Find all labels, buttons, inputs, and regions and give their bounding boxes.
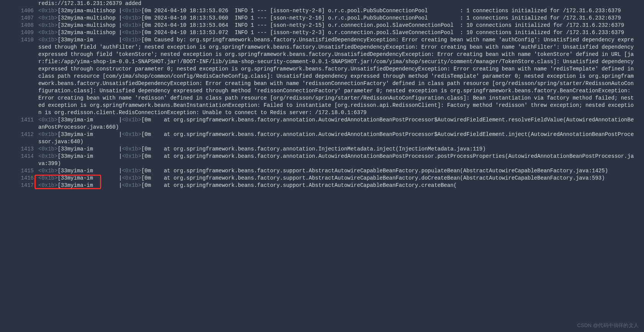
log-line[interactable]: <0x1b>[33myima-im |<0x1b>[0m at org.spri… xyxy=(38,116,644,131)
ansi-escape: <0x1b> xyxy=(122,131,141,137)
log-line[interactable]: <0x1b>[33myima-im |<0x1b>[0m at org.spri… xyxy=(38,167,644,175)
log-message: at org.springframework.beans.factory.ann… xyxy=(154,146,485,152)
ansi-reset: [0m xyxy=(141,153,154,159)
log-row[interactable]: 1416<0x1b>[33myima-im |<0x1b>[0m at org.… xyxy=(0,175,644,182)
log-line[interactable]: <0x1b>[33myima-im |<0x1b>[0m at org.spri… xyxy=(38,175,644,182)
log-line[interactable]: <0x1b>[32myima-multishop |<0x1b>[0m 2024… xyxy=(38,22,644,29)
log-line[interactable]: <0x1b>[32myima-multishop |<0x1b>[0m 2024… xyxy=(38,7,644,15)
ansi-escape: <0x1b> xyxy=(38,153,57,159)
line-number: 1416 xyxy=(0,175,38,182)
log-message: 2024-04-10 18:13:53.072 INFO 1 --- [isso… xyxy=(154,29,624,36)
ansi-reset: [0m xyxy=(141,131,154,137)
log-row[interactable]: 1414<0x1b>[33myima-im |<0x1b>[0m at org.… xyxy=(0,153,644,167)
line-number: 1417 xyxy=(0,182,38,189)
ansi-reset: [0m xyxy=(141,146,154,152)
log-row[interactable]: 1407<0x1b>[32myima-multishop |<0x1b>[0m … xyxy=(0,15,644,22)
log-line[interactable]: <0x1b>[32myima-multishop |<0x1b>[0m 2024… xyxy=(38,15,644,22)
ansi-escape: <0x1b> xyxy=(122,8,141,14)
line-number: 1409 xyxy=(0,29,38,36)
ansi-escape: <0x1b> xyxy=(122,15,141,21)
log-message: at org.springframework.beans.factory.sup… xyxy=(154,182,457,188)
log-message: 2024-04-10 18:13:53.026 INFO 1 --- [isso… xyxy=(154,8,621,14)
log-message: Caused by: org.springframework.beans.fac… xyxy=(38,37,637,116)
ansi-escape: <0x1b> xyxy=(38,175,57,181)
ansi-escape: <0x1b> xyxy=(122,182,141,188)
ansi-escape: <0x1b> xyxy=(38,168,57,174)
ansi-reset: [0m xyxy=(141,15,154,21)
ansi-escape: <0x1b> xyxy=(122,175,141,181)
ansi-reset: [0m xyxy=(141,37,154,43)
log-line[interactable]: <0x1b>[33myima-im |<0x1b>[0m Caused by: … xyxy=(38,36,644,116)
log-message: 2024-04-10 18:13:53.064 INFO 1 --- [sson… xyxy=(154,22,624,28)
ansi-escape: <0x1b> xyxy=(38,37,57,43)
log-line[interactable]: <0x1b>[33myima-im |<0x1b>[0m at org.spri… xyxy=(38,131,644,146)
line-number: 1413 xyxy=(0,146,38,153)
ansi-escape: <0x1b> xyxy=(122,153,141,159)
container-prefix: [32myima-multishop | xyxy=(57,22,122,28)
log-row[interactable]: redis://172.31.6.231:26379 added xyxy=(0,0,644,7)
container-prefix: [33myima-im | xyxy=(57,182,122,188)
ansi-escape: <0x1b> xyxy=(38,182,57,188)
log-message: at org.springframework.beans.factory.sup… xyxy=(154,175,605,181)
container-prefix: [33myima-im | xyxy=(57,153,122,159)
log-message: 2024-04-10 18:13:53.060 INFO 1 --- [sson… xyxy=(154,15,621,21)
ansi-reset: [0m xyxy=(141,168,154,174)
ansi-reset: [0m xyxy=(141,8,154,14)
log-message: at org.springframework.beans.factory.sup… xyxy=(154,168,608,174)
log-row[interactable]: 1410<0x1b>[33myima-im |<0x1b>[0m Caused … xyxy=(0,36,644,116)
ansi-reset: [0m xyxy=(141,29,154,36)
log-row[interactable]: 1409<0x1b>[32myima-multishop |<0x1b>[0m … xyxy=(0,29,644,36)
ansi-escape: <0x1b> xyxy=(38,15,57,21)
container-prefix: [33myima-im | xyxy=(57,146,122,152)
watermark: CSDN @代码中徜徉的文人 xyxy=(577,322,639,329)
log-line[interactable]: <0x1b>[33myima-im |<0x1b>[0m at org.spri… xyxy=(38,146,644,153)
ansi-reset: [0m xyxy=(141,22,154,28)
log-row[interactable]: 1406<0x1b>[32myima-multishop |<0x1b>[0m … xyxy=(0,7,644,15)
log-line[interactable]: <0x1b>[32myima-multishop |<0x1b>[0m 2024… xyxy=(38,29,644,36)
line-number: 1411 xyxy=(0,116,38,124)
line-number: 1410 xyxy=(0,36,38,44)
ansi-escape: <0x1b> xyxy=(38,117,57,123)
log-line[interactable]: redis://172.31.6.231:26379 added xyxy=(38,0,644,7)
log-line[interactable]: <0x1b>[33myima-im |<0x1b>[0m at org.spri… xyxy=(38,153,644,167)
ansi-escape: <0x1b> xyxy=(122,168,141,174)
log-row[interactable]: 1413<0x1b>[33myima-im |<0x1b>[0m at org.… xyxy=(0,146,644,153)
ansi-escape: <0x1b> xyxy=(38,146,57,152)
log-row[interactable]: 1408<0x1b>[32myima-multishop |<0x1b>[0m … xyxy=(0,22,644,29)
ansi-reset: [0m xyxy=(141,175,154,181)
ansi-escape: <0x1b> xyxy=(122,29,141,36)
ansi-escape: <0x1b> xyxy=(122,146,141,152)
container-prefix: [33myima-im | xyxy=(57,131,122,137)
ansi-escape: <0x1b> xyxy=(122,22,141,28)
ansi-escape: <0x1b> xyxy=(122,117,141,123)
container-prefix: [33myima-im | xyxy=(57,168,122,174)
log-row[interactable]: 1412<0x1b>[33myima-im |<0x1b>[0m at org.… xyxy=(0,131,644,146)
line-number: 1406 xyxy=(0,7,38,15)
line-number: 1414 xyxy=(0,153,38,160)
ansi-reset: [0m xyxy=(141,117,154,123)
container-prefix: [33myima-im | xyxy=(57,37,122,43)
ansi-escape: <0x1b> xyxy=(38,131,57,137)
container-prefix: [32myima-multishop | xyxy=(57,15,122,21)
ansi-escape: <0x1b> xyxy=(38,8,57,14)
ansi-reset: [0m xyxy=(141,182,154,188)
ansi-escape: <0x1b> xyxy=(122,37,141,43)
line-number: 1412 xyxy=(0,131,38,138)
log-line[interactable]: <0x1b>[33myima-im |<0x1b>[0m at org.spri… xyxy=(38,182,644,189)
log-row[interactable]: 1415<0x1b>[33myima-im |<0x1b>[0m at org.… xyxy=(0,167,644,175)
container-prefix: [33myima-im | xyxy=(57,117,122,123)
log-row[interactable]: 1417<0x1b>[33myima-im |<0x1b>[0m at org.… xyxy=(0,182,644,189)
container-prefix: [32myima-multishop | xyxy=(57,8,122,14)
ansi-escape: <0x1b> xyxy=(38,29,57,36)
line-number: 1408 xyxy=(0,22,38,29)
line-number: 1407 xyxy=(0,15,38,22)
log-row[interactable]: 1411<0x1b>[33myima-im |<0x1b>[0m at org.… xyxy=(0,116,644,131)
log-viewer[interactable]: redis://172.31.6.231:26379 added1406<0x1… xyxy=(0,0,644,332)
ansi-escape: <0x1b> xyxy=(38,22,57,28)
container-prefix: [33myima-im | xyxy=(57,175,122,181)
container-prefix: [32myima-multishop | xyxy=(57,29,122,36)
line-number: 1415 xyxy=(0,167,38,175)
